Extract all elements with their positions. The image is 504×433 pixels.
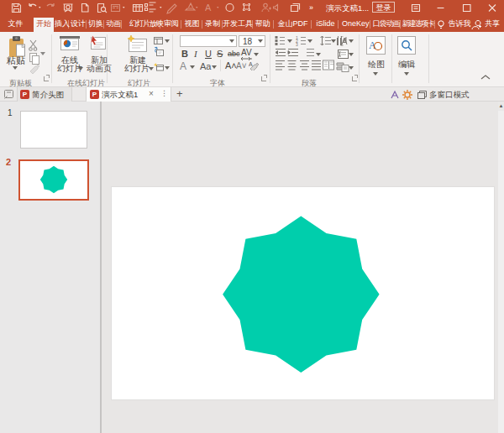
svg-text:A: A (369, 39, 376, 51)
svg-text:A: A (249, 61, 253, 67)
svg-text:»: » (309, 3, 313, 12)
svg-text:3: 3 (296, 42, 298, 47)
svg-text:A: A (205, 3, 212, 13)
